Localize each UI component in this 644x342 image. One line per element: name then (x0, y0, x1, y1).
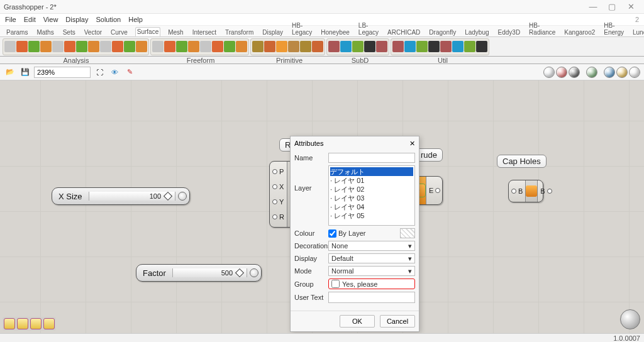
ribbon-icon[interactable] (392, 41, 404, 52)
ribbon-icon[interactable] (112, 41, 123, 52)
tab-sets[interactable]: Sets (62, 28, 77, 36)
preview-toggle[interactable]: 👁 (108, 66, 121, 79)
tray-icon-1[interactable] (4, 318, 15, 329)
ribbon-icon[interactable] (16, 41, 28, 52)
ribbon-icon[interactable] (352, 41, 364, 52)
slider-x-size-output[interactable] (178, 192, 187, 201)
tray-icon-3[interactable] (30, 318, 42, 329)
ribbon-icon[interactable] (64, 41, 75, 52)
ribbon-icon[interactable] (428, 41, 440, 52)
group-checkbox[interactable] (331, 280, 340, 288)
tray-icon-4[interactable] (43, 318, 55, 329)
ribbon-icon[interactable] (312, 41, 323, 52)
ribbon-icon[interactable] (416, 41, 428, 52)
capholes-body[interactable] (525, 180, 538, 202)
port-cap-in[interactable]: B (518, 187, 523, 195)
port-cap-out[interactable]: B (540, 187, 545, 195)
display-select[interactable]: Default▾ (328, 253, 415, 263)
colour-checkbox[interactable] (328, 229, 336, 238)
ribbon-icon[interactable] (176, 41, 187, 52)
port-p[interactable]: P (279, 168, 284, 175)
slider-x-size-handle[interactable] (164, 192, 172, 201)
layer-item[interactable]: · レイヤ 03 (330, 194, 413, 202)
ribbon-icon[interactable] (236, 41, 247, 52)
ribbon-icon[interactable] (464, 41, 475, 52)
tab-vector[interactable]: Vector (83, 28, 103, 36)
layer-listbox[interactable]: デフォルト· レイヤ 01· レイヤ 02· レイヤ 03· レイヤ 04· レ… (328, 165, 415, 226)
ribbon-icon[interactable] (288, 41, 299, 52)
ribbon-icon[interactable] (40, 41, 52, 52)
ribbon-icon[interactable] (212, 41, 223, 52)
menu-display[interactable]: Display (65, 16, 88, 23)
display-sphere-1[interactable] (556, 67, 567, 78)
ribbon-icon[interactable] (152, 41, 164, 52)
layer-item[interactable]: デフォルト (330, 167, 413, 176)
layer-item[interactable]: · レイヤ 01 (330, 176, 413, 185)
ribbon-icon[interactable] (52, 41, 64, 52)
tab-display[interactable]: Display (261, 28, 284, 36)
ribbon-icon[interactable] (440, 41, 452, 52)
slider-factor-handle[interactable] (235, 268, 244, 277)
save-file-button[interactable]: 💾 (19, 66, 31, 79)
slider-factor-output[interactable] (250, 268, 258, 277)
group-checkbox-row[interactable]: Yes, please (328, 279, 415, 289)
component-capholes[interactable]: B B (508, 180, 543, 202)
layer-item[interactable]: · レイヤ 02 (330, 185, 413, 194)
display-sphere-0[interactable] (543, 67, 555, 78)
ribbon-icon[interactable] (4, 41, 16, 52)
sketch-button[interactable]: ✎ (123, 66, 136, 79)
display-sphere-6[interactable] (629, 67, 640, 78)
decorations-select[interactable]: None▾ (328, 241, 415, 251)
tab-eddy3d[interactable]: Eddy3D (497, 28, 522, 36)
mode-select[interactable]: Normal▾ (328, 266, 415, 276)
minimize-button[interactable]: — (584, 2, 602, 11)
menu-view[interactable]: View (43, 16, 58, 23)
ribbon-icon[interactable] (276, 41, 287, 52)
ribbon-icon[interactable] (28, 41, 40, 52)
ok-button[interactable]: OK (340, 315, 375, 328)
close-button[interactable]: ✕ (621, 2, 640, 11)
ribbon-icon[interactable] (76, 41, 87, 52)
name-field[interactable] (328, 153, 415, 163)
menu-help[interactable]: Help (128, 16, 143, 23)
tab-ladybug[interactable]: Ladybug (464, 28, 490, 36)
tab-lunchbox[interactable]: LunchBox (631, 28, 644, 36)
tab-surface[interactable]: Surface (135, 27, 160, 36)
tab-hb-radiance[interactable]: HB-Radiance (528, 21, 557, 36)
tray-icon-2[interactable] (17, 318, 28, 329)
tab-archicad[interactable]: ARCHICAD (386, 28, 421, 36)
open-file-button[interactable]: 📂 (4, 66, 16, 79)
ribbon-icon[interactable] (88, 41, 99, 52)
menu-file[interactable]: File (5, 16, 16, 23)
maximize-button[interactable]: ▢ (602, 2, 621, 11)
dialog-titlebar[interactable]: Attributes ✕ (291, 136, 419, 150)
tab-honeybee[interactable]: Honeybee (319, 28, 351, 36)
tab-curve[interactable]: Curve (109, 28, 129, 36)
ribbon-icon[interactable] (124, 41, 135, 52)
menu-solution[interactable]: Solution (96, 16, 121, 23)
slider-factor-track[interactable]: 500 (172, 268, 247, 277)
zoom-input[interactable] (34, 67, 91, 78)
usertext-field[interactable] (328, 292, 415, 303)
port-x[interactable]: X (279, 183, 284, 190)
ribbon-icon[interactable] (100, 41, 111, 52)
zoom-extents-button[interactable]: ⛶ (93, 66, 106, 79)
display-sphere-5[interactable] (616, 67, 628, 78)
ribbon-icon[interactable] (300, 41, 311, 52)
tab-kangaroo2[interactable]: Kangaroo2 (563, 28, 596, 36)
ribbon-icon[interactable] (252, 41, 264, 52)
cancel-button[interactable]: Cancel (380, 315, 415, 328)
ribbon-icon[interactable] (328, 41, 340, 52)
colour-bylayer-check[interactable]: By Layer (328, 228, 398, 238)
ribbon-icon[interactable] (164, 41, 175, 52)
ribbon-icon[interactable] (136, 41, 147, 52)
port-y[interactable]: Y (279, 198, 284, 206)
slider-factor[interactable]: Factor 500 (136, 264, 262, 282)
ribbon-icon[interactable] (452, 41, 464, 52)
tab-intersect[interactable]: Intersect (191, 28, 218, 36)
slider-x-size-track[interactable]: 100 (89, 192, 175, 201)
tab-hb-legacy[interactable]: HB-Legacy (291, 21, 313, 36)
slider-x-size[interactable]: X Size 100 (52, 187, 190, 205)
tab-transform[interactable]: Transform (224, 28, 255, 36)
tab-dragonfly[interactable]: Dragonfly (428, 28, 457, 36)
